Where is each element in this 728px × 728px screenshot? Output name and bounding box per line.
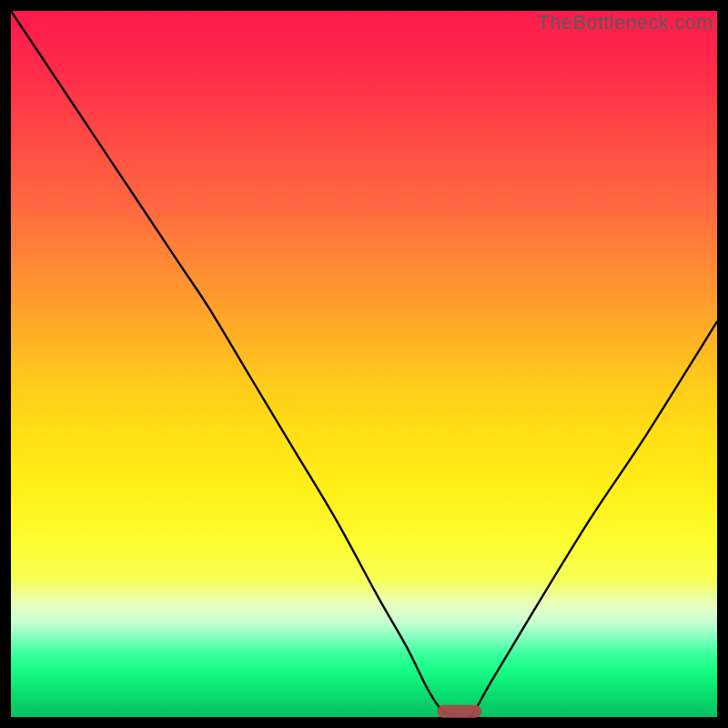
chart-frame: TheBottleneck.com <box>0 0 728 728</box>
plot-area: TheBottleneck.com <box>11 11 717 717</box>
bottleneck-curve <box>11 11 717 717</box>
curve-path <box>11 11 717 720</box>
